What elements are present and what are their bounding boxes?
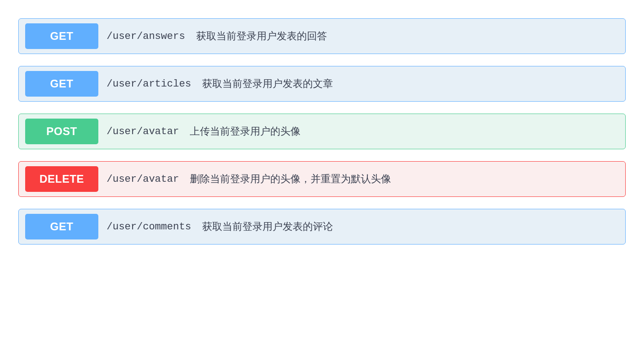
http-method-badge: GET (25, 214, 98, 239)
endpoint-row[interactable]: GET /user/comments 获取当前登录用户发表的评论 (18, 209, 626, 245)
endpoint-path: /user/avatar (107, 174, 179, 185)
endpoint-row[interactable]: DELETE /user/avatar 删除当前登录用户的头像，并重置为默认头像 (18, 161, 626, 197)
endpoint-path: /user/comments (107, 221, 191, 233)
endpoint-path: /user/articles (107, 78, 191, 90)
endpoint-description: 删除当前登录用户的头像，并重置为默认头像 (190, 172, 391, 186)
endpoint-list: GET /user/answers 获取当前登录用户发表的回答 GET /use… (18, 18, 626, 245)
endpoint-description: 获取当前登录用户发表的评论 (202, 220, 333, 234)
endpoint-row[interactable]: POST /user/avatar 上传当前登录用户的头像 (18, 114, 626, 149)
endpoint-description: 获取当前登录用户发表的回答 (196, 29, 327, 43)
http-method-badge: DELETE (25, 166, 98, 192)
endpoint-row[interactable]: GET /user/articles 获取当前登录用户发表的文章 (18, 66, 626, 102)
endpoint-description: 获取当前登录用户发表的文章 (202, 77, 333, 91)
http-method-badge: GET (25, 23, 98, 49)
endpoint-path: /user/answers (107, 31, 185, 42)
endpoint-description: 上传当前登录用户的头像 (190, 125, 301, 138)
endpoint-row[interactable]: GET /user/answers 获取当前登录用户发表的回答 (18, 18, 626, 54)
http-method-badge: GET (25, 71, 98, 97)
endpoint-path: /user/avatar (107, 126, 179, 137)
http-method-badge: POST (25, 119, 98, 144)
